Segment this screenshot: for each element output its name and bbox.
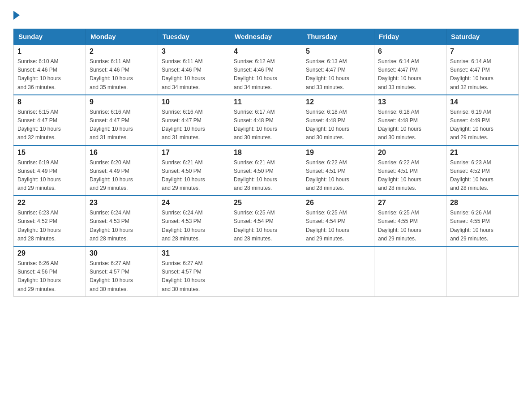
- day-info: Sunrise: 6:10 AMSunset: 4:46 PMDaylight:…: [17, 58, 61, 90]
- logo: [13, 9, 20, 20]
- day-number: 2: [90, 47, 154, 56]
- day-number: 19: [306, 149, 370, 157]
- day-number: 15: [17, 149, 82, 157]
- day-info: Sunrise: 6:26 AMSunset: 4:56 PMDaylight:…: [17, 260, 61, 292]
- calendar-cell: [302, 246, 374, 296]
- day-number: 8: [17, 98, 82, 106]
- calendar-cell: 15 Sunrise: 6:19 AMSunset: 4:49 PMDaylig…: [14, 146, 86, 196]
- calendar-cell: 14 Sunrise: 6:19 AMSunset: 4:49 PMDaylig…: [446, 95, 519, 146]
- day-info: Sunrise: 6:26 AMSunset: 4:55 PMDaylight:…: [450, 210, 493, 242]
- calendar-cell: 9 Sunrise: 6:16 AMSunset: 4:47 PMDayligh…: [86, 95, 158, 146]
- day-number: 1: [17, 47, 82, 56]
- calendar-cell: 18 Sunrise: 6:21 AMSunset: 4:50 PMDaylig…: [230, 146, 302, 196]
- day-info: Sunrise: 6:19 AMSunset: 4:49 PMDaylight:…: [17, 159, 61, 192]
- day-number: 21: [450, 149, 515, 157]
- day-number: 9: [90, 98, 154, 106]
- day-info: Sunrise: 6:15 AMSunset: 4:47 PMDaylight:…: [17, 109, 61, 141]
- calendar-cell: 4 Sunrise: 6:12 AMSunset: 4:46 PMDayligh…: [230, 44, 302, 95]
- day-info: Sunrise: 6:23 AMSunset: 4:52 PMDaylight:…: [450, 159, 493, 192]
- calendar-cell: 11 Sunrise: 6:17 AMSunset: 4:48 PMDaylig…: [230, 95, 302, 146]
- day-info: Sunrise: 6:23 AMSunset: 4:52 PMDaylight:…: [17, 210, 61, 242]
- day-number: 10: [162, 98, 226, 106]
- day-info: Sunrise: 6:24 AMSunset: 4:53 PMDaylight:…: [90, 210, 133, 242]
- day-info: Sunrise: 6:19 AMSunset: 4:49 PMDaylight:…: [450, 109, 493, 141]
- calendar-table: SundayMondayTuesdayWednesdayThursdayFrid…: [13, 29, 519, 297]
- day-number: 18: [234, 149, 298, 157]
- calendar-cell: [374, 246, 446, 296]
- calendar-cell: 20 Sunrise: 6:22 AMSunset: 4:51 PMDaylig…: [374, 146, 446, 196]
- day-info: Sunrise: 6:25 AMSunset: 4:54 PMDaylight:…: [306, 210, 349, 242]
- day-info: Sunrise: 6:11 AMSunset: 4:46 PMDaylight:…: [162, 58, 205, 90]
- day-number: 7: [450, 47, 515, 56]
- calendar-cell: 31 Sunrise: 6:27 AMSunset: 4:57 PMDaylig…: [158, 246, 230, 296]
- calendar-week-4: 22 Sunrise: 6:23 AMSunset: 4:52 PMDaylig…: [14, 196, 519, 246]
- calendar-header-row: SundayMondayTuesdayWednesdayThursdayFrid…: [14, 29, 519, 45]
- day-number: 4: [234, 47, 298, 56]
- day-info: Sunrise: 6:17 AMSunset: 4:48 PMDaylight:…: [234, 109, 277, 141]
- calendar-cell: 6 Sunrise: 6:14 AMSunset: 4:47 PMDayligh…: [374, 44, 446, 95]
- calendar-cell: [230, 246, 302, 296]
- day-number: 14: [450, 98, 515, 106]
- day-number: 29: [17, 249, 82, 257]
- calendar-cell: 8 Sunrise: 6:15 AMSunset: 4:47 PMDayligh…: [14, 95, 86, 146]
- day-info: Sunrise: 6:25 AMSunset: 4:55 PMDaylight:…: [378, 210, 421, 242]
- logo-arrow-icon: [13, 11, 20, 20]
- day-number: 11: [234, 98, 298, 106]
- day-number: 17: [162, 149, 226, 157]
- day-info: Sunrise: 6:12 AMSunset: 4:46 PMDaylight:…: [234, 58, 277, 90]
- day-number: 13: [378, 98, 442, 106]
- calendar-cell: 27 Sunrise: 6:25 AMSunset: 4:55 PMDaylig…: [374, 196, 446, 246]
- day-number: 26: [306, 199, 370, 207]
- calendar-cell: 29 Sunrise: 6:26 AMSunset: 4:56 PMDaylig…: [14, 246, 86, 296]
- calendar-week-3: 15 Sunrise: 6:19 AMSunset: 4:49 PMDaylig…: [14, 146, 519, 196]
- day-number: 16: [90, 149, 154, 157]
- day-info: Sunrise: 6:18 AMSunset: 4:48 PMDaylight:…: [378, 109, 421, 141]
- day-info: Sunrise: 6:27 AMSunset: 4:57 PMDaylight:…: [162, 260, 205, 292]
- calendar-header-tuesday: Tuesday: [158, 29, 230, 45]
- day-number: 20: [378, 149, 442, 157]
- day-info: Sunrise: 6:20 AMSunset: 4:49 PMDaylight:…: [90, 159, 133, 192]
- day-info: Sunrise: 6:22 AMSunset: 4:51 PMDaylight:…: [378, 159, 421, 192]
- calendar-header-sunday: Sunday: [14, 29, 86, 45]
- day-info: Sunrise: 6:13 AMSunset: 4:47 PMDaylight:…: [306, 58, 349, 90]
- day-number: 5: [306, 47, 370, 56]
- day-number: 23: [90, 199, 154, 207]
- day-info: Sunrise: 6:18 AMSunset: 4:48 PMDaylight:…: [306, 109, 349, 141]
- calendar-week-5: 29 Sunrise: 6:26 AMSunset: 4:56 PMDaylig…: [14, 246, 519, 296]
- calendar-cell: 16 Sunrise: 6:20 AMSunset: 4:49 PMDaylig…: [86, 146, 158, 196]
- day-info: Sunrise: 6:11 AMSunset: 4:46 PMDaylight:…: [90, 58, 133, 90]
- day-number: 24: [162, 199, 226, 207]
- calendar-cell: 24 Sunrise: 6:24 AMSunset: 4:53 PMDaylig…: [158, 196, 230, 246]
- calendar-cell: 25 Sunrise: 6:25 AMSunset: 4:54 PMDaylig…: [230, 196, 302, 246]
- calendar-header-wednesday: Wednesday: [230, 29, 302, 45]
- calendar-cell: 10 Sunrise: 6:16 AMSunset: 4:47 PMDaylig…: [158, 95, 230, 146]
- calendar-cell: 13 Sunrise: 6:18 AMSunset: 4:48 PMDaylig…: [374, 95, 446, 146]
- calendar-cell: 2 Sunrise: 6:11 AMSunset: 4:46 PMDayligh…: [86, 44, 158, 95]
- day-number: 3: [162, 47, 226, 56]
- calendar-header-friday: Friday: [374, 29, 446, 45]
- calendar-cell: 23 Sunrise: 6:24 AMSunset: 4:53 PMDaylig…: [86, 196, 158, 246]
- calendar-cell: 26 Sunrise: 6:25 AMSunset: 4:54 PMDaylig…: [302, 196, 374, 246]
- day-info: Sunrise: 6:16 AMSunset: 4:47 PMDaylight:…: [162, 109, 205, 141]
- day-info: Sunrise: 6:21 AMSunset: 4:50 PMDaylight:…: [162, 159, 205, 192]
- calendar-header-saturday: Saturday: [446, 29, 519, 45]
- calendar-cell: 21 Sunrise: 6:23 AMSunset: 4:52 PMDaylig…: [446, 146, 519, 196]
- calendar-cell: 28 Sunrise: 6:26 AMSunset: 4:55 PMDaylig…: [446, 196, 519, 246]
- day-number: 6: [378, 47, 442, 56]
- calendar-cell: [446, 246, 519, 296]
- day-number: 31: [162, 249, 226, 257]
- calendar-week-1: 1 Sunrise: 6:10 AMSunset: 4:46 PMDayligh…: [14, 44, 519, 95]
- day-info: Sunrise: 6:27 AMSunset: 4:57 PMDaylight:…: [90, 260, 133, 292]
- calendar-cell: 12 Sunrise: 6:18 AMSunset: 4:48 PMDaylig…: [302, 95, 374, 146]
- day-info: Sunrise: 6:22 AMSunset: 4:51 PMDaylight:…: [306, 159, 349, 192]
- calendar-cell: 1 Sunrise: 6:10 AMSunset: 4:46 PMDayligh…: [14, 44, 86, 95]
- day-number: 25: [234, 199, 298, 207]
- calendar-cell: 17 Sunrise: 6:21 AMSunset: 4:50 PMDaylig…: [158, 146, 230, 196]
- calendar-header-monday: Monday: [86, 29, 158, 45]
- calendar-cell: 19 Sunrise: 6:22 AMSunset: 4:51 PMDaylig…: [302, 146, 374, 196]
- page-header: [13, 9, 519, 20]
- day-info: Sunrise: 6:25 AMSunset: 4:54 PMDaylight:…: [234, 210, 277, 242]
- calendar-week-2: 8 Sunrise: 6:15 AMSunset: 4:47 PMDayligh…: [14, 95, 519, 146]
- day-number: 12: [306, 98, 370, 106]
- day-info: Sunrise: 6:16 AMSunset: 4:47 PMDaylight:…: [90, 109, 133, 141]
